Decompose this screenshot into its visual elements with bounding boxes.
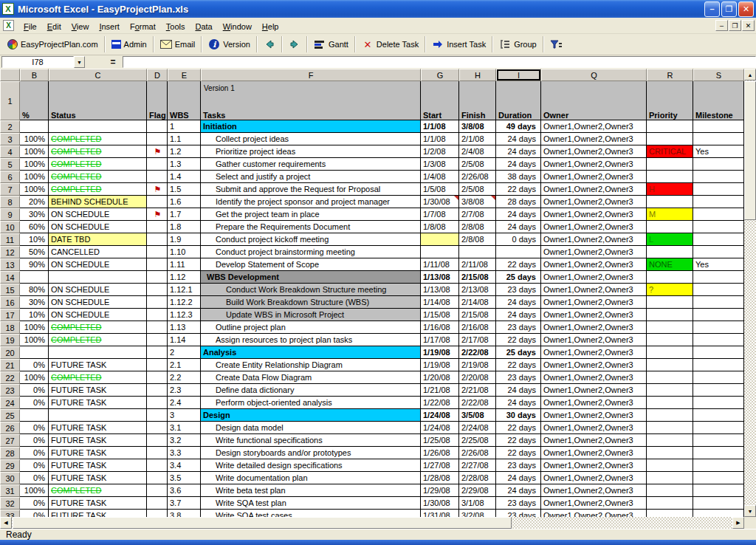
row-header-13[interactable]: 13 [0, 258, 20, 271]
cell-B30[interactable]: 0% [20, 472, 49, 484]
cell-F21[interactable]: Create Entity Relationship Diagram [201, 359, 421, 371]
cell-B19[interactable]: 100% [20, 334, 49, 346]
cell-Q11[interactable]: Owner1,Owner2,Owner3 [541, 233, 647, 246]
cell-S11[interactable] [693, 233, 744, 246]
row-header-33[interactable]: 33 [0, 510, 20, 517]
cell-Q5[interactable]: Owner1,Owner2,Owner3 [541, 158, 647, 171]
cell-B33[interactable]: 0% [20, 510, 49, 517]
scroll-down-button[interactable]: ▼ [744, 505, 756, 517]
cell-C2[interactable] [49, 120, 147, 133]
cell-H21[interactable]: 2/19/08 [459, 359, 496, 371]
cell-B15[interactable]: 80% [20, 284, 49, 296]
cell-I10[interactable]: 24 days [496, 221, 541, 233]
row-header-22[interactable]: 22 [0, 371, 20, 384]
row-header-23[interactable]: 23 [0, 384, 20, 397]
row-header-24[interactable]: 24 [0, 397, 20, 409]
cell-D8[interactable] [147, 196, 168, 208]
row-header-29[interactable]: 29 [0, 459, 20, 472]
row-header-1[interactable]: 1 [0, 81, 20, 120]
row-header-7[interactable]: 7 [0, 183, 20, 196]
cell-H28[interactable]: 2/26/08 [459, 447, 496, 459]
cell-I14[interactable]: 25 days [496, 271, 541, 284]
cell-G6[interactable]: 1/4/08 [421, 171, 459, 183]
workbook-minimize-button[interactable]: – [715, 20, 728, 31]
cell-F20[interactable]: Analysis [201, 346, 421, 359]
cell-B32[interactable]: 0% [20, 497, 49, 510]
cell-R33[interactable] [647, 510, 693, 517]
cell-C33[interactable]: FUTURE TASK [49, 510, 147, 517]
cell-E8[interactable]: 1.6 [168, 196, 201, 208]
cell-B31[interactable]: 100% [20, 484, 49, 497]
cell-Q33[interactable]: Owner1,Owner2,Owner3 [541, 510, 647, 517]
cell-I23[interactable]: 24 days [496, 384, 541, 397]
cell-S4[interactable]: Yes [693, 145, 744, 158]
formula-input[interactable] [123, 56, 756, 68]
easyprojectplan-button[interactable]: EasyProjectPlan.com [3, 35, 103, 53]
row-header-17[interactable]: 17 [0, 309, 20, 321]
cell-F12[interactable]: Conduct project brainstorming meeting [201, 246, 421, 258]
cell-I13[interactable]: 22 days [496, 258, 541, 271]
row-header-15[interactable]: 15 [0, 284, 20, 296]
cell-G26[interactable]: 1/24/08 [421, 422, 459, 434]
cell-F19[interactable]: Assign resources to project plan tasks [201, 334, 421, 346]
cell-I24[interactable]: 24 days [496, 397, 541, 409]
cell-E9[interactable]: 1.7 [168, 208, 201, 221]
menu-help[interactable]: Help [257, 20, 284, 33]
cell-G29[interactable]: 1/27/08 [421, 459, 459, 472]
cell-D12[interactable] [147, 246, 168, 258]
column-header-S[interactable]: S [693, 69, 744, 81]
cell-Q26[interactable]: Owner1,Owner2,Owner3 [541, 422, 647, 434]
cell-I11[interactable]: 0 days [496, 233, 541, 246]
row-header-26[interactable]: 26 [0, 422, 20, 434]
cell-R30[interactable] [647, 472, 693, 484]
cell-Q6[interactable]: Owner1,Owner2,Owner3 [541, 171, 647, 183]
cell-H20[interactable]: 2/22/08 [459, 346, 496, 359]
cell-Q25[interactable]: Owner1,Owner2,Owner3 [541, 409, 647, 422]
cell-S2[interactable] [693, 120, 744, 133]
cell-I3[interactable]: 24 days [496, 133, 541, 145]
cell-C7[interactable]: COMPLETED [49, 183, 147, 196]
row-header-12[interactable]: 12 [0, 246, 20, 258]
cell-S25[interactable] [693, 409, 744, 422]
cell-G21[interactable]: 1/19/08 [421, 359, 459, 371]
cell-F23[interactable]: Define data dictionary [201, 384, 421, 397]
cell-H12[interactable] [459, 246, 496, 258]
cell-I32[interactable]: 23 days [496, 497, 541, 510]
cell-I30[interactable]: 24 days [496, 472, 541, 484]
cell-C29[interactable]: FUTURE TASK [49, 459, 147, 472]
cell-C3[interactable]: COMPLETED [49, 133, 147, 145]
cell-G22[interactable]: 1/20/08 [421, 371, 459, 384]
cell-R25[interactable] [647, 409, 693, 422]
cell-E19[interactable]: 1.14 [168, 334, 201, 346]
cell-B4[interactable]: 100% [20, 145, 49, 158]
cell-G24[interactable]: 1/22/08 [421, 397, 459, 409]
cell-D16[interactable] [147, 296, 168, 309]
cell-B28[interactable]: 0% [20, 447, 49, 459]
cell-H33[interactable]: 3/2/08 [459, 510, 496, 517]
cell-E18[interactable]: 1.13 [168, 321, 201, 334]
cell-C24[interactable]: FUTURE TASK [49, 397, 147, 409]
cell-D20[interactable] [147, 346, 168, 359]
cell-E20[interactable]: 2 [168, 346, 201, 359]
gantt-button[interactable]: Gantt [309, 35, 353, 53]
cell-G18[interactable]: 1/16/08 [421, 321, 459, 334]
cell-H32[interactable]: 3/1/08 [459, 497, 496, 510]
cell-R27[interactable] [647, 434, 693, 447]
cell-G16[interactable]: 1/14/08 [421, 296, 459, 309]
cell-G23[interactable]: 1/21/08 [421, 384, 459, 397]
close-button[interactable]: ✕ [738, 1, 754, 17]
cell-E27[interactable]: 3.2 [168, 434, 201, 447]
cell-Q20[interactable]: Owner1,Owner2,Owner3 [541, 346, 647, 359]
cell-I19[interactable]: 22 days [496, 334, 541, 346]
cell-S19[interactable] [693, 334, 744, 346]
cell-R19[interactable] [647, 334, 693, 346]
cell-S26[interactable] [693, 422, 744, 434]
row-header-4[interactable]: 4 [0, 145, 20, 158]
row-header-2[interactable]: 2 [0, 120, 20, 133]
cell-G10[interactable]: 1/8/08 [421, 221, 459, 233]
cell-R10[interactable] [647, 221, 693, 233]
cell-R32[interactable] [647, 497, 693, 510]
cell-S6[interactable] [693, 171, 744, 183]
scroll-right-button[interactable]: ▶ [732, 517, 744, 529]
name-box-dropdown[interactable]: ▼ [74, 56, 85, 68]
